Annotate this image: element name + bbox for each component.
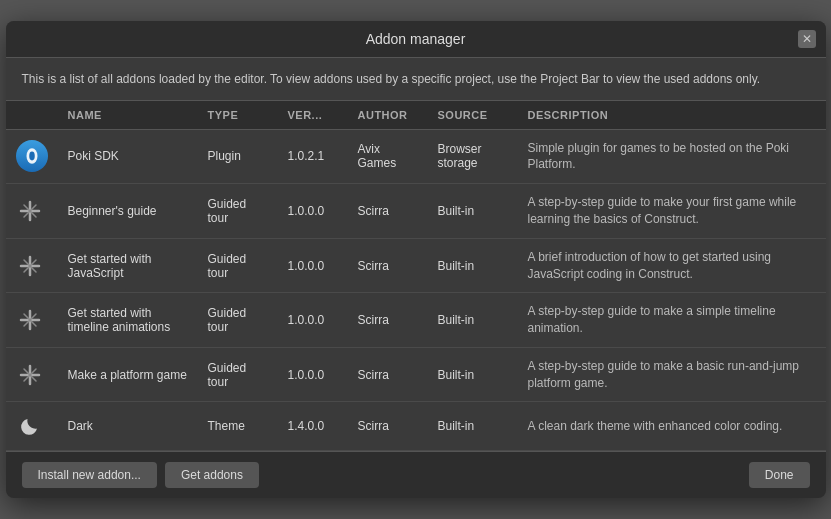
svg-point-2 (29, 152, 35, 161)
modal-description: This is a list of all addons loaded by t… (6, 58, 826, 101)
modal-header: Addon manager ✕ (6, 21, 826, 58)
addon-name: Beginner's guide (58, 184, 198, 239)
close-button[interactable]: ✕ (798, 30, 816, 48)
addon-name: Get started with timeline animations (58, 293, 198, 348)
col-icon (6, 101, 58, 130)
table-row[interactable]: Get started with timeline animationsGuid… (6, 293, 826, 348)
addon-type: Guided tour (198, 347, 278, 402)
addon-type: Guided tour (198, 238, 278, 293)
addon-name: Get started with JavaScript (58, 238, 198, 293)
addon-author: Scirra (348, 184, 428, 239)
addon-icon-cell (6, 293, 58, 348)
col-version: VER... (278, 101, 348, 130)
addon-icon-cell (6, 402, 58, 451)
moon-icon (16, 412, 44, 440)
table-row[interactable]: Make a platform gameGuided tour1.0.0.0Sc… (6, 347, 826, 402)
addon-version: 1.0.0.0 (278, 238, 348, 293)
addon-version: 1.0.2.1 (278, 129, 348, 184)
cross-icon (16, 197, 44, 225)
table-row[interactable]: Beginner's guideGuided tour1.0.0.0Scirra… (6, 184, 826, 239)
table-row[interactable]: Poki SDKPlugin1.0.2.1Avix GamesBrowser s… (6, 129, 826, 184)
addon-version: 1.4.0.0 (278, 402, 348, 451)
col-author: AUTHOR (348, 101, 428, 130)
addon-name: Poki SDK (58, 129, 198, 184)
addon-author: Scirra (348, 238, 428, 293)
poki-icon (16, 140, 48, 172)
modal-title: Addon manager (366, 31, 466, 47)
addon-type: Guided tour (198, 293, 278, 348)
addon-description: A brief introduction of how to get start… (518, 238, 826, 293)
addon-author: Scirra (348, 293, 428, 348)
addon-table: NAME TYPE VER... AUTHOR SOURCE DESCRIPTI… (6, 101, 826, 452)
addon-description: Simple plugin for games to be hosted on … (518, 129, 826, 184)
footer-left-buttons: Install new addon... Get addons (22, 462, 259, 488)
modal-footer: Install new addon... Get addons Done (6, 451, 826, 498)
addon-author: Scirra (348, 402, 428, 451)
addon-icon-cell (6, 347, 58, 402)
addon-type: Guided tour (198, 184, 278, 239)
addon-description: A step-by-step guide to make a simple ti… (518, 293, 826, 348)
get-addons-button[interactable]: Get addons (165, 462, 259, 488)
addon-source: Built-in (428, 238, 518, 293)
done-button[interactable]: Done (749, 462, 810, 488)
addon-source: Built-in (428, 347, 518, 402)
addon-author: Avix Games (348, 129, 428, 184)
col-source: SOURCE (428, 101, 518, 130)
addon-description: A step-by-step guide to make your first … (518, 184, 826, 239)
table-header-row: NAME TYPE VER... AUTHOR SOURCE DESCRIPTI… (6, 101, 826, 130)
addon-icon-cell (6, 238, 58, 293)
table-row[interactable]: DarkTheme1.4.0.0ScirraBuilt-inA clean da… (6, 402, 826, 451)
addon-version: 1.0.0.0 (278, 184, 348, 239)
addon-version: 1.0.0.0 (278, 293, 348, 348)
col-description: DESCRIPTION (518, 101, 826, 130)
install-addon-button[interactable]: Install new addon... (22, 462, 157, 488)
addon-source: Built-in (428, 293, 518, 348)
addon-description: A clean dark theme with enhanced color c… (518, 402, 826, 451)
addon-description: A step-by-step guide to make a basic run… (518, 347, 826, 402)
addon-table-container: NAME TYPE VER... AUTHOR SOURCE DESCRIPTI… (6, 101, 826, 452)
addon-name: Dark (58, 402, 198, 451)
addon-icon-cell (6, 129, 58, 184)
col-name: NAME (58, 101, 198, 130)
addon-source: Built-in (428, 402, 518, 451)
addon-type: Theme (198, 402, 278, 451)
addon-icon-cell (6, 184, 58, 239)
cross-icon (16, 361, 44, 389)
addon-source: Built-in (428, 184, 518, 239)
table-row[interactable]: Get started with JavaScriptGuided tour1.… (6, 238, 826, 293)
addon-version: 1.0.0.0 (278, 347, 348, 402)
cross-icon (16, 252, 44, 280)
col-type: TYPE (198, 101, 278, 130)
addon-name: Make a platform game (58, 347, 198, 402)
addon-source: Browser storage (428, 129, 518, 184)
addon-author: Scirra (348, 347, 428, 402)
cross-icon (16, 306, 44, 334)
addon-type: Plugin (198, 129, 278, 184)
addon-manager-modal: Addon manager ✕ This is a list of all ad… (6, 21, 826, 499)
